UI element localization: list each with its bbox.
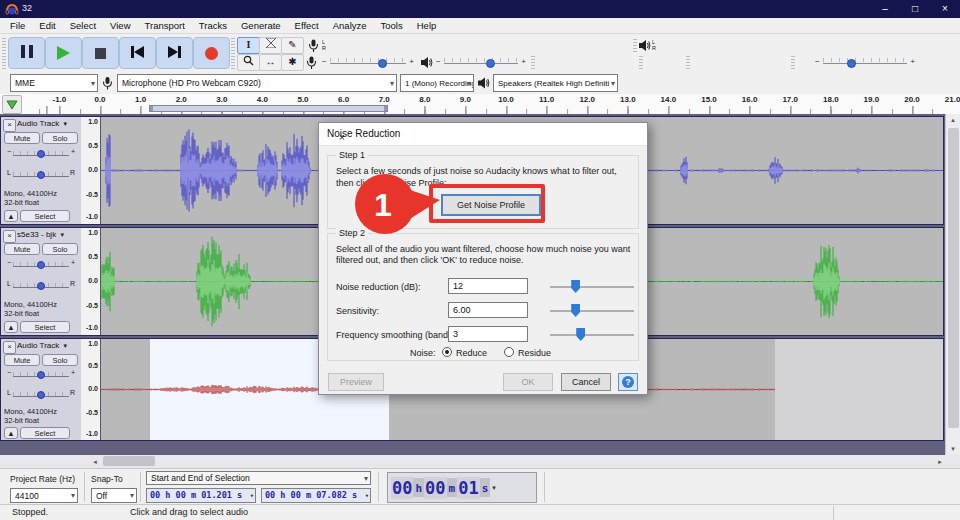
ruler-selection-region[interactable] [149,105,388,112]
scroll-right-icon[interactable]: ▸ [933,458,947,466]
menu-file[interactable]: File [3,18,32,33]
pan-slider[interactable]: LR [5,169,77,181]
gain-slider[interactable]: −+ [5,259,77,271]
sensitivity-slider[interactable] [550,304,634,318]
menu-transport[interactable]: Transport [138,18,192,33]
playback-device-select[interactable]: Speakers (Realtek High Definiti▾ [493,74,618,92]
scroll-up-icon[interactable]: ▴ [946,116,960,124]
noise-reduction-thumb[interactable] [571,280,580,293]
amplitude-ruler[interactable]: 1.0 0.5 0.0 -0.5 -1.0 [81,339,101,440]
selection-mode-select[interactable]: Start and End of Selection▾ [146,471,371,485]
pan-thumb[interactable] [37,391,45,399]
menu-view[interactable]: View [103,18,137,33]
timeline-options-button[interactable] [2,95,22,114]
dialog-title-bar[interactable]: Noise Reduction × [319,123,647,146]
track-close-button[interactable]: × [3,230,16,243]
minimize-button[interactable]: – [870,0,900,18]
mute-button[interactable]: Mute [4,354,40,366]
scroll-down-icon[interactable]: ▾ [946,445,960,453]
recording-volume-slider[interactable]: − + [322,55,414,68]
position-digits[interactable]: 01 [457,477,479,499]
play-speed-slider[interactable]: − + [815,55,915,68]
pause-button[interactable] [8,37,45,69]
skip-to-start-button[interactable] [119,37,156,69]
select-track-button[interactable]: Select [20,321,70,333]
collapse-track-button[interactable]: ▲ [4,210,18,222]
collapse-track-button[interactable]: ▲ [4,427,18,439]
play-speed-thumb[interactable] [847,59,856,68]
selection-tool-button[interactable]: I [237,37,260,54]
selection-end-field[interactable]: 00 h 00 m 07.082 s▾ [261,488,371,503]
recording-volume-thumb[interactable] [378,59,387,68]
multi-tool-button[interactable]: ✱ [281,54,304,71]
menu-tracks[interactable]: Tracks [192,18,234,33]
frequency-smoothing-slider[interactable] [550,328,634,342]
position-digits[interactable]: 00 [391,477,413,499]
zoom-tool-button[interactable] [237,54,260,71]
track-name[interactable]: Audio Track▼ [17,341,79,352]
cancel-button[interactable]: Cancel [561,373,611,391]
recording-channels-select[interactable]: 1 (Mono) Recording Chann▾ [400,74,474,92]
dropdown-icon[interactable]: ▾ [492,484,496,492]
dialog-close-icon[interactable]: × [327,128,357,149]
gain-thumb[interactable] [37,150,45,158]
pan-thumb[interactable] [37,171,45,179]
stop-button[interactable] [82,37,119,69]
track-name[interactable]: Audio Track▼ [17,119,79,130]
sensitivity-thumb[interactable] [571,304,580,317]
track-close-button[interactable]: × [3,341,16,354]
gain-slider[interactable]: −+ [5,148,77,160]
pan-slider[interactable]: LR [5,389,77,401]
play-button[interactable] [45,37,82,69]
noise-reduction-input[interactable]: 12 [448,278,528,294]
recording-device-select[interactable]: Microphone (HD Pro Webcam C920)▾ [117,74,397,92]
select-track-button[interactable]: Select [20,427,70,439]
audio-host-select[interactable]: MME▾ [10,74,98,92]
track-close-button[interactable]: × [3,119,16,132]
horizontal-scroll-thumb[interactable] [103,456,155,466]
pan-slider[interactable]: LR [5,280,77,292]
gain-slider[interactable]: −+ [5,369,77,381]
time-shift-tool-button[interactable]: ↔ [259,54,282,71]
collapse-track-button[interactable]: ▲ [4,321,18,333]
maximize-button[interactable]: □ [900,0,930,18]
preview-button[interactable]: Preview [328,373,384,391]
reduce-radio-label[interactable]: Reduce [456,348,487,358]
position-digits[interactable]: 00 [424,477,446,499]
menu-analyze[interactable]: Analyze [326,18,374,33]
close-button[interactable]: × [930,0,960,18]
project-rate-select[interactable]: 44100▾ [10,488,78,503]
audio-position-display[interactable]: 00h00m01s▾ [387,472,537,503]
menu-help[interactable]: Help [410,18,444,33]
skip-to-end-button[interactable] [156,37,193,69]
menu-select[interactable]: Select [63,18,103,33]
mute-button[interactable]: Mute [4,243,40,255]
residue-radio[interactable] [504,347,514,357]
menu-generate[interactable]: Generate [234,18,288,33]
frequency-smoothing-thumb[interactable] [576,328,585,341]
frequency-smoothing-input[interactable]: 3 [448,326,528,342]
amplitude-ruler[interactable]: 1.0 0.5 0.0 -0.5 -1.0 [81,117,101,224]
menu-tools[interactable]: Tools [374,18,410,33]
residue-radio-label[interactable]: Residue [518,348,551,358]
horizontal-scrollbar[interactable]: ◂ ▸ [0,455,960,468]
record-button[interactable] [193,37,230,69]
vertical-scrollbar[interactable]: ▴ ▾ [945,114,960,455]
menu-effect[interactable]: Effect [288,18,326,33]
noise-reduction-slider[interactable] [550,280,634,294]
help-button[interactable]: ? [618,373,638,391]
solo-button[interactable]: Solo [42,243,78,255]
draw-tool-button[interactable]: ✎ [281,37,304,54]
vertical-scroll-thumb[interactable] [948,128,959,428]
solo-button[interactable]: Solo [42,132,78,144]
ok-button[interactable]: OK [503,373,553,391]
gain-thumb[interactable] [37,371,45,379]
selection-start-field[interactable]: 00 h 00 m 01.201 s▾ [146,488,256,503]
track-name[interactable]: s5e33 - bjk▼ [17,230,79,241]
solo-button[interactable]: Solo [42,354,78,366]
playback-volume-slider[interactable]: − + [436,55,526,68]
sensitivity-input[interactable]: 6.00 [448,302,528,318]
playback-volume-thumb[interactable] [486,59,495,68]
envelope-tool-button[interactable] [259,37,282,54]
scroll-left-icon[interactable]: ◂ [88,458,102,466]
